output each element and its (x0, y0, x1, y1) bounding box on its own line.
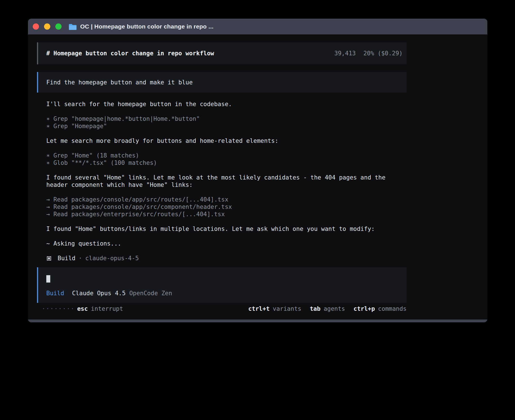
status-hint: ctrl+pcommands (353, 305, 407, 312)
transcript: I'll search for the homepage button in t… (37, 100, 487, 255)
transcript-line (46, 189, 487, 196)
input-model-label[interactable]: Claude Opus 4.5 (72, 290, 126, 297)
session-stats: 39,413 20% ($0.29) (334, 50, 403, 57)
window-title: OC | Homepage button color change in rep… (80, 23, 213, 30)
folder-icon (69, 23, 77, 30)
traffic-lights (33, 23, 62, 30)
agent-name: Build (58, 255, 75, 262)
minimize-button[interactable] (44, 23, 50, 30)
status-left: ········ esc interrupt (42, 305, 123, 312)
transcript-line: → Read packages/enterprise/src/routes/[.… (46, 211, 487, 218)
status-hint: ctrl+tvariants (248, 305, 301, 312)
zoom-button[interactable] (55, 23, 62, 30)
transcript-line (46, 108, 487, 115)
transcript-line (46, 218, 487, 225)
transcript-line (46, 130, 487, 137)
session-title: # Homepage button color change in repo w… (46, 50, 214, 57)
titlebar[interactable]: OC | Homepage button color change in rep… (28, 19, 487, 34)
status-hints: ctrl+tvariantstabagentsctrl+pcommands (248, 305, 407, 312)
window-bottom-rim (28, 320, 487, 322)
transcript-line (46, 247, 487, 255)
transcript-line: Let me search more broadly for buttons a… (46, 137, 487, 145)
agent-model: claude-opus-4-5 (85, 255, 139, 262)
transcript-line: ∗ Grep "Homepage" (46, 123, 487, 130)
context-cost: 20% ($0.29) (363, 50, 403, 57)
transcript-line: I found "Home" buttons/links in multiple… (46, 225, 487, 233)
status-hint-label: variants (273, 305, 301, 312)
transcript-line: ∗ Grep "Home" (18 matches) (46, 152, 487, 159)
transcript-line: ∗ Grep "homepage|home.*button|Home.*butt… (46, 115, 487, 123)
spinner-dots: ········ (42, 305, 75, 312)
text-cursor (46, 275, 50, 283)
transcript-line (46, 167, 487, 174)
user-message-text: Find the homepage button and make it blu… (46, 79, 193, 86)
terminal-window: OC | Homepage button color change in rep… (28, 19, 487, 322)
transcript-line: ∗ Glob "**/*.tsx" (100 matches) (46, 159, 487, 167)
input-agent-label[interactable]: Build (46, 290, 64, 297)
prompt-input[interactable]: Build Claude Opus 4.5 OpenCode Zen (37, 267, 407, 303)
model-row: Build Claude Opus 4.5 OpenCode Zen (46, 290, 407, 297)
session-header: # Homepage button color change in repo w… (37, 42, 407, 64)
transcript-line: ~ Asking questions... (46, 240, 487, 247)
input-provider-label: OpenCode Zen (129, 290, 172, 297)
status-hint-key: ctrl+p (353, 305, 375, 312)
status-bar: ········ esc interrupt ctrl+tvariantstab… (37, 305, 407, 312)
agent-separator: · (78, 255, 82, 262)
status-esc-label: interrupt (91, 305, 123, 312)
status-esc-key: esc (77, 305, 88, 312)
status-hint-label: commands (378, 305, 407, 312)
terminal-content: # Homepage button color change in repo w… (28, 34, 487, 312)
transcript-line: I found several "Home" links. Let me loo… (46, 174, 487, 181)
status-hint-label: agents (324, 305, 345, 312)
close-button[interactable] (33, 23, 39, 30)
agent-build-icon (47, 256, 51, 261)
token-count: 39,413 (334, 50, 356, 57)
transcript-line: → Read packages/console/app/src/routes/[… (46, 196, 487, 203)
status-hint: tabagents (310, 305, 345, 312)
transcript-line: I'll search for the homepage button in t… (46, 100, 487, 108)
transcript-line (46, 145, 487, 152)
status-hint-key: ctrl+t (248, 305, 270, 312)
transcript-line: header component which have "Home" links… (46, 181, 487, 189)
transcript-line: → Read packages/console/app/src/componen… (46, 203, 487, 211)
agent-status-line: Build · claude-opus-4-5 (37, 255, 487, 262)
user-message: Find the homepage button and make it blu… (37, 72, 407, 93)
status-hint-key: tab (310, 305, 320, 312)
transcript-line (46, 233, 487, 240)
